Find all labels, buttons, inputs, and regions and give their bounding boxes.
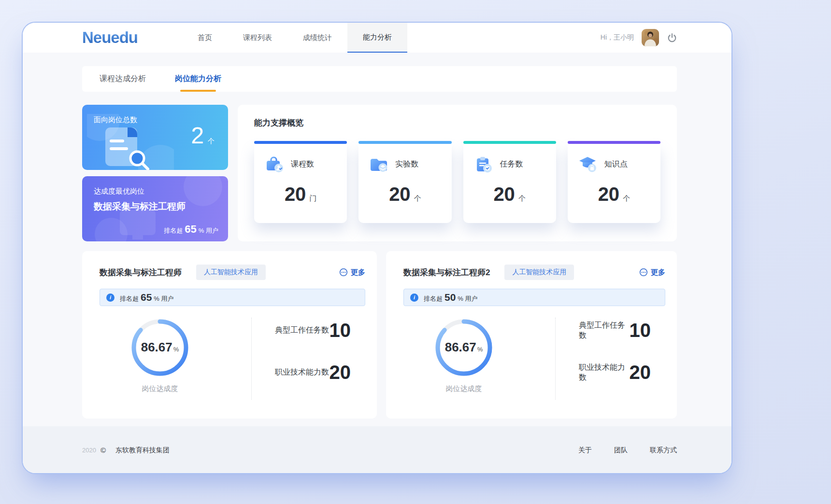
- total-jobs-card: 面向岗位总数 2 个: [82, 105, 228, 170]
- info-icon: i: [410, 294, 418, 302]
- stat-card-knowledge: 知识点 20个: [568, 141, 660, 223]
- task-icon: [474, 155, 493, 173]
- stat-card-courses: 课程数 20门: [254, 141, 347, 223]
- info-icon: i: [106, 294, 115, 302]
- rank-info-bar: i 排名超 50 % 用户: [403, 289, 665, 306]
- footer-year: 2020: [82, 447, 96, 454]
- achievement-donut-chart: 86.67 %: [130, 318, 190, 378]
- course-icon: [265, 155, 284, 173]
- avatar-image: [642, 29, 659, 46]
- knowledge-icon: [578, 155, 598, 173]
- summary-column: 面向岗位总数 2 个 达成度最优岗位 数据采集与标注工程师: [82, 105, 228, 241]
- nav-item-ability[interactable]: 能力分析: [347, 23, 407, 53]
- more-button[interactable]: 更多: [339, 268, 365, 277]
- best-job-card: 达成度最优岗位 数据采集与标注工程师 排名超 65 % 用户: [82, 176, 228, 241]
- tab-job-ability[interactable]: 岗位能力分析: [175, 66, 221, 92]
- main-nav: 首页 课程列表 成绩统计 能力分析: [182, 23, 407, 53]
- content-area: 课程达成分析 岗位能力分析 面向岗位总数: [23, 53, 731, 426]
- avatar[interactable]: [642, 29, 659, 46]
- job-card-1: 数据采集与标注工程师 人工智能技术应用 更多 i 排名超 65: [82, 251, 377, 419]
- top-nav-bar: Neuedu 首页 课程列表 成绩统计 能力分析 Hi，王小明: [23, 23, 731, 53]
- header-right: Hi，王小明: [601, 29, 677, 46]
- total-jobs-value: 2 个: [191, 122, 215, 149]
- footer-link-team[interactable]: 团队: [614, 446, 628, 455]
- footer-company: 东软教育科技集团: [115, 446, 170, 455]
- job-title: 数据采集与标注工程师2: [403, 267, 490, 278]
- total-jobs-label: 面向岗位总数: [94, 115, 137, 125]
- logo: Neuedu: [82, 28, 138, 47]
- stat-card-tasks: 任务数 20个: [463, 141, 556, 223]
- achievement-donut-chart: 86.67 %: [434, 318, 494, 378]
- footer: 2020 © 东软教育科技集团 关于 团队 联系方式: [23, 426, 731, 474]
- job-title: 数据采集与标注工程师: [100, 267, 182, 278]
- job-stat-row: 职业技术能力数 20: [579, 362, 651, 383]
- user-greeting: Hi，王小明: [601, 33, 634, 42]
- capability-overview-title: 能力支撑概览: [254, 117, 660, 128]
- experiment-icon: [369, 155, 388, 173]
- footer-link-contact[interactable]: 联系方式: [650, 446, 677, 455]
- capability-overview-card: 能力支撑概览: [238, 105, 677, 241]
- job-stat-row: 职业技术能力数 20: [275, 362, 351, 383]
- best-job-rank: 排名超 65 % 用户: [164, 223, 218, 236]
- job-stat-row: 典型工作任务数 10: [275, 320, 351, 341]
- power-icon: [667, 32, 677, 43]
- tab-course-achievement[interactable]: 课程达成分析: [100, 66, 146, 92]
- job-tag: 人工智能技术应用: [196, 265, 266, 280]
- stat-grid: 课程数 20门: [254, 141, 660, 223]
- job-card-2: 数据采集与标注工程师2 人工智能技术应用 更多 i 排名超 50: [386, 251, 677, 419]
- rank-info-bar: i 排名超 65 % 用户: [100, 289, 365, 306]
- nav-item-home[interactable]: 首页: [182, 23, 228, 53]
- best-job-label: 达成度最优岗位: [94, 187, 144, 196]
- more-icon: [339, 268, 348, 277]
- footer-link-about[interactable]: 关于: [578, 446, 592, 455]
- job-tag: 人工智能技术应用: [504, 265, 574, 280]
- achievement-label: 岗位达成度: [142, 384, 178, 393]
- more-button[interactable]: 更多: [639, 268, 665, 277]
- main-panel: Neuedu 首页 课程列表 成绩统计 能力分析 Hi，王小明: [22, 22, 732, 474]
- copyright-icon: ©: [100, 446, 106, 454]
- best-job-name: 数据采集与标注工程师: [94, 200, 186, 213]
- more-icon: [639, 268, 648, 277]
- logout-button[interactable]: [667, 32, 677, 43]
- achievement-label: 岗位达成度: [446, 384, 482, 393]
- nav-item-courses[interactable]: 课程列表: [228, 23, 287, 53]
- nav-item-grades[interactable]: 成绩统计: [287, 23, 347, 53]
- analysis-tabs: 课程达成分析 岗位能力分析: [82, 66, 677, 92]
- stat-card-experiments: 实验数 20个: [358, 141, 451, 223]
- job-stat-row: 典型工作任务数 10: [579, 320, 651, 341]
